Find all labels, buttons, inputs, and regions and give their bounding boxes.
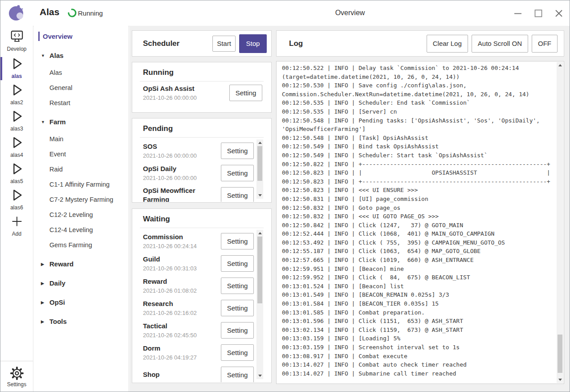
chevron-down-icon: ▼ [41, 51, 45, 60]
start-button[interactable]: Start [212, 36, 236, 52]
nav-item-c12-2-leveling[interactable]: C12-2 Leveling [49, 210, 128, 219]
log-line: 00:12:50.832 | INFO | Goto page_os [282, 204, 556, 212]
pending-task-list: SOS2021-10-26 00:00:00SettingOpSi Daily2… [132, 139, 256, 202]
setting-button[interactable]: Setting [221, 233, 254, 249]
instance-rail: Developalasalas2alas3alas4alas5alas6Add … [0, 26, 33, 392]
nav-section-reward[interactable]: ▶Reward [41, 260, 128, 269]
setting-button[interactable]: Setting [221, 143, 254, 159]
chevron-right-icon: ▶ [41, 317, 45, 326]
task-name: Shop [143, 370, 214, 379]
log-scrollbar[interactable] [557, 62, 563, 383]
setting-button[interactable]: Setting [221, 187, 254, 202]
scrollbar-thumb[interactable] [257, 237, 262, 303]
clear-log-button[interactable]: Clear Log [427, 35, 468, 53]
task-next-run-time: 2021-10-26 02:45:50 [143, 332, 214, 339]
auto-scroll-off-button[interactable]: OFF [532, 35, 558, 53]
page-title: Overview [130, 9, 570, 17]
waiting-scrollbar[interactable] [256, 230, 263, 379]
task-info: Research2021-10-26 02:16:02 [143, 299, 214, 316]
setting-button[interactable]: Setting [221, 367, 254, 383]
nav-item-gems-farming[interactable]: Gems Farming [49, 241, 128, 249]
nav-item-c7-2-mystery-farming[interactable]: C7-2 Mystery Farming [49, 195, 128, 204]
play-icon [9, 135, 24, 152]
app-window: Alas Running Overview Developalasalas2al… [0, 0, 570, 392]
task-info: SOS2021-10-26 00:00:00 [143, 142, 214, 159]
setting-button[interactable]: Setting [221, 322, 254, 339]
nav-section-label: Tools [49, 317, 67, 326]
close-icon[interactable] [554, 9, 563, 18]
stop-button[interactable]: Stop [239, 34, 267, 53]
scroll-down-icon[interactable] [557, 376, 563, 383]
log-line: 00:12:50.535 | INFO | [Server] cn [282, 107, 556, 116]
nav-item-alas[interactable]: Alas [49, 68, 128, 77]
nav-section-label: Reward [49, 260, 73, 269]
rail-list: Developalasalas2alas3alas4alas5alas6Add [0, 30, 33, 240]
sidebar-item-settings[interactable]: Settings [0, 361, 33, 392]
nav-item-general[interactable]: General [49, 83, 128, 92]
sidebar-item-alas6[interactable]: alas6 [0, 188, 33, 214]
pending-scrollbar[interactable] [256, 139, 263, 199]
task-info: Reward2021-10-26 01:08:02 [143, 277, 214, 294]
nav-item-event[interactable]: Event [49, 150, 128, 159]
setting-button[interactable]: Setting [221, 344, 254, 361]
nav-section-tools[interactable]: ▶Tools [41, 317, 128, 326]
sidebar-item-alas[interactable]: alas [0, 56, 33, 82]
waiting-card: Waiting Commission2021-10-26 00:24:14Set… [132, 208, 272, 383]
sidebar-item-alas2[interactable]: alas2 [0, 82, 33, 109]
scroll-up-icon[interactable] [256, 139, 263, 146]
log-line: 00:12:50.823 | INFO | +-----------------… [282, 177, 556, 186]
log-title: Log [289, 39, 427, 48]
task-next-run-time: 2021-10-26 02:16:02 [143, 310, 214, 316]
nav-item-c12-4-leveling[interactable]: C12-4 Leveling [49, 225, 128, 234]
maximize-icon[interactable] [534, 9, 543, 18]
nav-item-restart[interactable]: Restart [49, 98, 128, 107]
task-name: OpSi Ash Assist [143, 84, 214, 93]
scheduler-title: Scheduler [143, 39, 212, 48]
task-row: Dorm2021-10-26 04:19:27Setting [132, 341, 256, 363]
minimize-icon[interactable] [513, 9, 522, 18]
log-line: 00:12:50.549 | INFO | Scheduler: Start t… [282, 151, 556, 160]
task-name: Dorm [143, 344, 214, 353]
scrollbar-thumb[interactable] [558, 335, 562, 373]
scroll-down-icon[interactable] [256, 192, 263, 199]
task-next-run-time: 2021-10-26 00:24:14 [143, 243, 214, 249]
log-line: 00:12:50.535 | INFO | Scheduler: End tas… [282, 98, 556, 107]
scroll-up-icon[interactable] [256, 230, 263, 237]
log-header-card: Log Clear Log Auto Scroll ON OFF [276, 30, 564, 57]
sidebar-item-alas3[interactable]: alas3 [0, 109, 33, 135]
nav-section-alas[interactable]: ▼Alas [41, 51, 128, 60]
auto-scroll-on-button[interactable]: Auto Scroll ON [472, 35, 528, 53]
setting-button[interactable]: Setting [221, 278, 254, 294]
sidebar-item-alas4[interactable]: alas4 [0, 135, 33, 161]
sidebar-item-alas5[interactable]: alas5 [0, 161, 33, 188]
nav-item-c1-1-affinity-farming[interactable]: C1-1 Affinity Farming [49, 180, 128, 189]
scroll-up-icon[interactable] [557, 62, 563, 69]
nav-item-raid[interactable]: Raid [49, 165, 128, 174]
scroll-down-icon[interactable] [256, 372, 263, 379]
sidebar-item-label: alas4 [10, 152, 23, 158]
sidebar-item-develop[interactable]: Develop [0, 30, 33, 56]
setting-button[interactable]: Setting [221, 255, 254, 272]
setting-button[interactable]: Setting [229, 85, 262, 101]
play-icon [9, 161, 24, 178]
nav-section-farm[interactable]: ▼Farm [41, 118, 128, 127]
nav-section-label: Daily [49, 279, 65, 288]
scheduler-column: Scheduler Start Stop Running OpSi Ash As… [132, 30, 272, 383]
log-line: Commission.Scheduler.NextRun=datetime.da… [282, 90, 556, 99]
log-line: 00:13:01.585 | INFO | Combat preparation… [282, 308, 556, 317]
nav-section-daily[interactable]: ▶Daily [41, 279, 128, 288]
log-line: 00:13:03.159 | INFO | Screenshot interva… [282, 343, 556, 352]
setting-button[interactable]: Setting [221, 165, 254, 181]
nav-section-opsi[interactable]: ▶OpSi [41, 298, 128, 307]
scheduler-card: Scheduler Start Stop [132, 30, 272, 57]
play-icon [9, 109, 24, 126]
scrollbar-thumb[interactable] [257, 146, 262, 181]
sidebar-item-add[interactable]: Add [0, 214, 33, 240]
setting-button[interactable]: Setting [221, 300, 254, 316]
task-row: Tactical2021-10-26 02:45:50Setting [132, 319, 256, 341]
nav-item-overview[interactable]: Overview [38, 32, 128, 41]
nav-item-main[interactable]: Main [49, 135, 128, 143]
task-info: OpSi Ash Assist2021-10-26 00:00:00 [143, 84, 214, 101]
task-name: Commission [143, 233, 214, 241]
log-line: 00:13:01.584 | INFO | [BEACON_TIER 0.035… [282, 299, 556, 308]
